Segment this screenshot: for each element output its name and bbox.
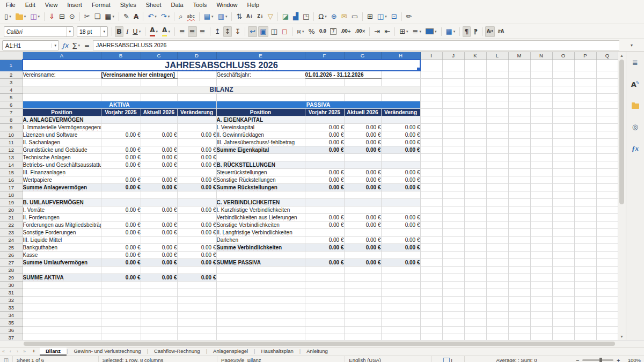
column-header-L[interactable]: L bbox=[486, 52, 508, 60]
cell-A29[interactable]: SUMME AKTIVA bbox=[23, 274, 101, 282]
cell-L37[interactable] bbox=[486, 334, 508, 341]
cell-H20[interactable] bbox=[381, 206, 420, 214]
cell-Q28[interactable] bbox=[596, 267, 618, 274]
cell-M31[interactable] bbox=[508, 289, 530, 297]
row-header-7[interactable]: 7 bbox=[0, 109, 23, 116]
cell-J13[interactable] bbox=[442, 154, 464, 161]
cell-L3[interactable] bbox=[486, 79, 508, 86]
cell-P8[interactable] bbox=[574, 116, 596, 124]
cell-O16[interactable] bbox=[552, 176, 574, 184]
cell-C12[interactable]: 0.00 € bbox=[141, 146, 177, 154]
cell-G8[interactable] bbox=[344, 116, 381, 124]
cell-G23[interactable] bbox=[344, 229, 381, 237]
align-bottom-icon[interactable]: ↧ bbox=[233, 26, 242, 37]
cell-H19[interactable] bbox=[381, 199, 420, 206]
cell-E11[interactable]: III. Jahresüberschuss/-fehlbetrag bbox=[216, 139, 305, 146]
cell-F14[interactable] bbox=[305, 161, 344, 169]
cell-A23[interactable]: Sonstige Forderungen bbox=[23, 229, 101, 237]
cell-O4[interactable] bbox=[552, 86, 574, 94]
cell-J10[interactable] bbox=[442, 131, 464, 139]
cell-I2[interactable] bbox=[420, 71, 442, 79]
cell-Q2[interactable] bbox=[596, 71, 618, 79]
cell-K24[interactable] bbox=[464, 237, 486, 244]
cell-C5[interactable] bbox=[141, 94, 177, 101]
cell-D25[interactable]: 0.00 € bbox=[177, 244, 216, 252]
cell-E21[interactable]: Verbindlichkeiten aus Lieferungen bbox=[216, 214, 305, 221]
row-header-25[interactable]: 25 bbox=[0, 244, 23, 252]
cell-B11[interactable] bbox=[101, 139, 141, 146]
cell-N20[interactable] bbox=[530, 206, 552, 214]
borders-icon[interactable]: ⊞▾ bbox=[398, 26, 409, 37]
cell-B33[interactable] bbox=[101, 304, 141, 312]
cell-G21[interactable]: 0.00 € bbox=[344, 214, 381, 221]
cell-K27[interactable] bbox=[464, 259, 486, 267]
cell-P16[interactable] bbox=[574, 176, 596, 184]
cell-Q33[interactable] bbox=[596, 304, 618, 312]
cell-B9[interactable] bbox=[101, 124, 141, 131]
cell-E6[interactable]: PASSIVA bbox=[216, 101, 420, 109]
cell-M27[interactable] bbox=[508, 259, 530, 267]
sort-descending-icon[interactable]: Z↓ bbox=[255, 11, 265, 22]
cell-C22[interactable]: 0.00 € bbox=[141, 221, 177, 229]
cell-N7[interactable] bbox=[530, 109, 552, 116]
cell-Q23[interactable] bbox=[596, 229, 618, 237]
cell-L19[interactable] bbox=[486, 199, 508, 206]
cell-J22[interactable] bbox=[442, 221, 464, 229]
cell-E7[interactable]: Position bbox=[216, 109, 305, 116]
cell-A33[interactable] bbox=[23, 304, 101, 312]
cell-D16[interactable]: 0.00 € bbox=[177, 176, 216, 184]
text-direction-vertical-icon[interactable]: ⇵A bbox=[496, 26, 506, 37]
cell-E35[interactable] bbox=[216, 319, 305, 327]
cell-L22[interactable] bbox=[486, 221, 508, 229]
cell-N2[interactable] bbox=[530, 71, 552, 79]
cell-P26[interactable] bbox=[574, 252, 596, 259]
cell-O1[interactable] bbox=[552, 60, 574, 71]
cell-C30[interactable] bbox=[141, 282, 177, 289]
cell-O15[interactable] bbox=[552, 169, 574, 176]
cell-C35[interactable] bbox=[141, 319, 177, 327]
zoom-out-icon[interactable]: − bbox=[574, 357, 581, 362]
font-size-combo[interactable]: 18 pt ▾ bbox=[77, 26, 108, 37]
cell-O9[interactable] bbox=[552, 124, 574, 131]
cell-B18[interactable] bbox=[101, 191, 141, 199]
cell-B22[interactable]: 0.00 € bbox=[101, 221, 141, 229]
cell-L26[interactable] bbox=[486, 252, 508, 259]
cell-J21[interactable] bbox=[442, 214, 464, 221]
cell-O24[interactable] bbox=[552, 237, 574, 244]
cell-P31[interactable] bbox=[574, 289, 596, 297]
cell-E32[interactable] bbox=[216, 297, 305, 304]
cell-H22[interactable]: 0.00 € bbox=[381, 221, 420, 229]
wrap-text-icon[interactable]: ↩ bbox=[248, 26, 257, 37]
cell-B27[interactable]: 0.00 € bbox=[101, 259, 141, 267]
cell-B7[interactable]: Vorjahr 2025 bbox=[101, 109, 141, 116]
decrease-indent-icon[interactable]: ⇤ bbox=[383, 26, 392, 37]
cell-N19[interactable] bbox=[530, 199, 552, 206]
cell-B14[interactable]: 0.00 € bbox=[101, 161, 141, 169]
cell-C7[interactable]: Aktuell 2026 bbox=[141, 109, 177, 116]
cell-M25[interactable] bbox=[508, 244, 530, 252]
sheet-tab-gewinn-und-verlustrechnung[interactable]: Gewinn- und Verlustrechnung bbox=[68, 348, 147, 356]
column-header-M[interactable]: M bbox=[508, 52, 530, 60]
cell-G3[interactable] bbox=[344, 79, 381, 86]
cell-F12[interactable]: 0.00 € bbox=[305, 146, 344, 154]
cell-M29[interactable] bbox=[508, 274, 530, 282]
cell-H32[interactable] bbox=[381, 297, 420, 304]
cell-P22[interactable] bbox=[574, 221, 596, 229]
cell-I24[interactable] bbox=[420, 237, 442, 244]
cell-F23[interactable] bbox=[305, 229, 344, 237]
cell-B12[interactable]: 0.00 € bbox=[101, 146, 141, 154]
cell-I28[interactable] bbox=[420, 267, 442, 274]
cell-N30[interactable] bbox=[530, 282, 552, 289]
expand-formula-bar-icon[interactable]: ▾ bbox=[619, 39, 644, 51]
cell-N28[interactable] bbox=[530, 267, 552, 274]
cell-P30[interactable] bbox=[574, 282, 596, 289]
cell-M23[interactable] bbox=[508, 229, 530, 237]
highlighting-color-icon[interactable]: A▾ bbox=[160, 26, 172, 37]
cell-A19[interactable]: B. UMLAUFVERMÖGEN bbox=[23, 199, 101, 206]
sheet-tab-anleitung[interactable]: Anleitung bbox=[301, 348, 334, 356]
cell-J32[interactable] bbox=[442, 297, 464, 304]
cell-J17[interactable] bbox=[442, 184, 464, 191]
cell-J23[interactable] bbox=[442, 229, 464, 237]
cell-M22[interactable] bbox=[508, 221, 530, 229]
cell-F20[interactable] bbox=[305, 206, 344, 214]
